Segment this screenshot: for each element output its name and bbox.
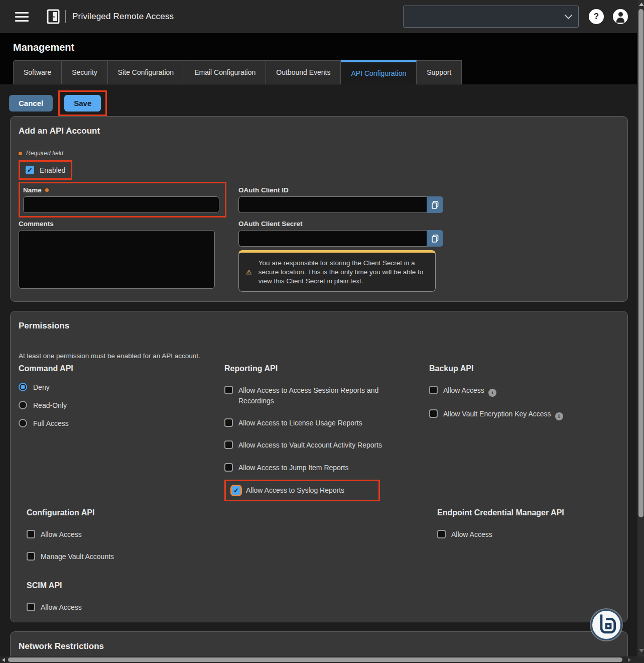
oauth-client-secret-input[interactable] bbox=[238, 230, 427, 247]
cancel-button[interactable]: Cancel bbox=[9, 95, 53, 112]
app-title: Privileged Remote Access bbox=[72, 12, 174, 22]
checkbox-icon bbox=[429, 386, 438, 394]
checkbox-icon bbox=[232, 486, 240, 495]
scroll-down-icon[interactable] bbox=[639, 649, 644, 652]
endpoint-credential-manager-api-section: Endpoint Credential Manager API Allow Ac… bbox=[429, 508, 619, 539]
tab-site-configuration[interactable]: Site Configuration bbox=[108, 60, 184, 84]
scrollbar-corner bbox=[637, 656, 644, 663]
section-title: Endpoint Credential Manager API bbox=[437, 508, 619, 517]
copy-client-secret-button[interactable] bbox=[427, 230, 443, 247]
scim-api-section: SCIM API Allow Access bbox=[27, 581, 224, 612]
menu-icon[interactable] bbox=[15, 12, 29, 22]
checkbox-access-session-reports[interactable]: Allow Access to Access Session Reports a… bbox=[224, 385, 398, 406]
name-input[interactable] bbox=[23, 196, 219, 213]
checkbox-vault-account-activity-reports[interactable]: Allow Access to Vault Account Activity R… bbox=[224, 440, 398, 450]
scroll-right-icon[interactable] bbox=[628, 658, 631, 662]
beyondtrust-logo-icon bbox=[591, 609, 622, 640]
checkbox-icon bbox=[26, 166, 34, 174]
management-header: Management Software Security Site Config… bbox=[0, 33, 637, 84]
oauth-client-secret-group: OAuth Client Secret bbox=[238, 220, 445, 292]
oauth-client-id-label: OAuth Client ID bbox=[238, 186, 445, 194]
checkbox-license-usage-reports[interactable]: Allow Access to License Usage Reports bbox=[224, 418, 398, 428]
panel-title: Permissions bbox=[19, 321, 619, 331]
radio-read-only[interactable]: Read-Only bbox=[19, 401, 224, 409]
client-secret-warning: You are responsible for storing the Clie… bbox=[238, 250, 436, 292]
oauth-client-secret-label: OAuth Client Secret bbox=[238, 220, 445, 228]
checkbox-backup-allow-access[interactable]: Allow Accessi bbox=[429, 385, 602, 397]
info-icon[interactable]: i bbox=[555, 412, 563, 420]
configuration-api-section: Configuration API Allow Access Manage Va… bbox=[19, 508, 224, 612]
annotation-box-syslog: Allow Access to Syslog Reports bbox=[224, 480, 380, 501]
tab-bar: Software Security Site Configuration Ema… bbox=[13, 60, 637, 84]
network-restrictions-panel: Network Restrictions bbox=[10, 631, 628, 656]
radio-deny[interactable]: Deny bbox=[19, 383, 224, 391]
divider bbox=[65, 10, 66, 23]
checkbox-icon bbox=[27, 530, 35, 538]
annotation-box-save: Save bbox=[58, 90, 107, 116]
checkbox-icon bbox=[224, 386, 233, 394]
panel-title: Add an API Account bbox=[19, 126, 619, 136]
section-title: Configuration API bbox=[27, 508, 224, 517]
horizontal-scrollbar-thumb[interactable] bbox=[8, 657, 622, 662]
chevron-down-icon bbox=[565, 12, 573, 20]
oauth-client-id-group: OAuth Client ID bbox=[238, 182, 445, 213]
annotation-box-enabled: Enabled bbox=[19, 160, 72, 180]
checkbox-icon bbox=[27, 552, 35, 561]
save-button[interactable]: Save bbox=[64, 95, 101, 112]
panel-title: Network Restrictions bbox=[19, 641, 619, 651]
scroll-left-icon[interactable] bbox=[2, 658, 5, 662]
checkbox-icon bbox=[224, 418, 233, 427]
checkbox-configuration-allow-access[interactable]: Allow Access bbox=[27, 529, 200, 539]
radio-full-access[interactable]: Full Access bbox=[19, 419, 224, 427]
copy-client-id-button[interactable] bbox=[427, 196, 443, 213]
content: Cancel Save Add an API Account Required … bbox=[0, 84, 637, 656]
scroll-up-icon[interactable] bbox=[639, 3, 644, 6]
section-title: Backup API bbox=[429, 364, 619, 373]
radio-icon bbox=[19, 401, 27, 409]
checkbox-ecm-allow-access[interactable]: Allow Access bbox=[437, 529, 610, 539]
tab-software[interactable]: Software bbox=[13, 60, 62, 84]
section-title: SCIM API bbox=[27, 581, 224, 590]
vertical-scrollbar[interactable] bbox=[637, 0, 644, 656]
door-logo-icon bbox=[47, 9, 60, 24]
checkbox-icon bbox=[437, 530, 446, 538]
radio-icon bbox=[19, 383, 27, 391]
help-icon[interactable]: ? bbox=[589, 9, 604, 24]
comments-group: Comments bbox=[19, 220, 226, 291]
backup-api-section: Backup API Allow Accessi Allow Vault Enc… bbox=[429, 364, 619, 420]
checkbox-icon bbox=[429, 409, 438, 418]
checkbox-scim-allow-access[interactable]: Allow Access bbox=[27, 602, 200, 612]
copy-icon bbox=[431, 200, 440, 209]
required-field-note: Required field bbox=[19, 150, 619, 157]
vertical-scrollbar-thumb[interactable] bbox=[638, 9, 643, 517]
permissions-grid: Command API Deny Read-Only Full Access bbox=[19, 364, 619, 501]
comments-textarea[interactable] bbox=[19, 230, 215, 289]
tab-email-configuration[interactable]: Email Configuration bbox=[184, 60, 266, 84]
info-icon[interactable]: i bbox=[488, 389, 496, 397]
warning-icon bbox=[246, 265, 252, 279]
account-icon[interactable] bbox=[613, 9, 628, 24]
tab-outbound-events[interactable]: Outbound Events bbox=[266, 60, 341, 84]
checkbox-manage-vault-accounts[interactable]: Manage Vault Accounts bbox=[27, 551, 200, 562]
annotation-box-name: Name bbox=[19, 182, 226, 217]
page: Privileged Remote Access ? Management So… bbox=[0, 0, 637, 656]
tab-api-configuration[interactable]: API Configuration bbox=[341, 60, 417, 84]
tab-support[interactable]: Support bbox=[417, 60, 462, 84]
checkbox-jump-item-reports[interactable]: Allow Access to Jump Item Reports bbox=[224, 463, 398, 473]
checkbox-vault-encryption-key-access[interactable]: Allow Vault Encryption Key Accessi bbox=[429, 409, 602, 420]
section-title: Reporting API bbox=[224, 364, 429, 373]
tab-security[interactable]: Security bbox=[62, 60, 108, 84]
checkbox-syslog-reports[interactable]: Allow Access to Syslog Reports bbox=[232, 486, 344, 495]
top-bar: Privileged Remote Access ? bbox=[0, 0, 637, 33]
checkbox-icon bbox=[224, 440, 233, 449]
radio-icon bbox=[19, 419, 27, 427]
comments-label: Comments bbox=[19, 220, 226, 228]
horizontal-scrollbar[interactable] bbox=[0, 656, 637, 663]
oauth-client-id-input[interactable] bbox=[238, 196, 427, 213]
section-title: Command API bbox=[19, 364, 224, 373]
enabled-checkbox[interactable]: Enabled bbox=[26, 166, 65, 174]
add-api-account-panel: Add an API Account Required field Enable… bbox=[10, 116, 628, 302]
permissions-panel: Permissions At least one permission must… bbox=[10, 311, 628, 622]
site-dropdown[interactable] bbox=[403, 6, 579, 28]
toolbar: Cancel Save bbox=[9, 90, 637, 116]
